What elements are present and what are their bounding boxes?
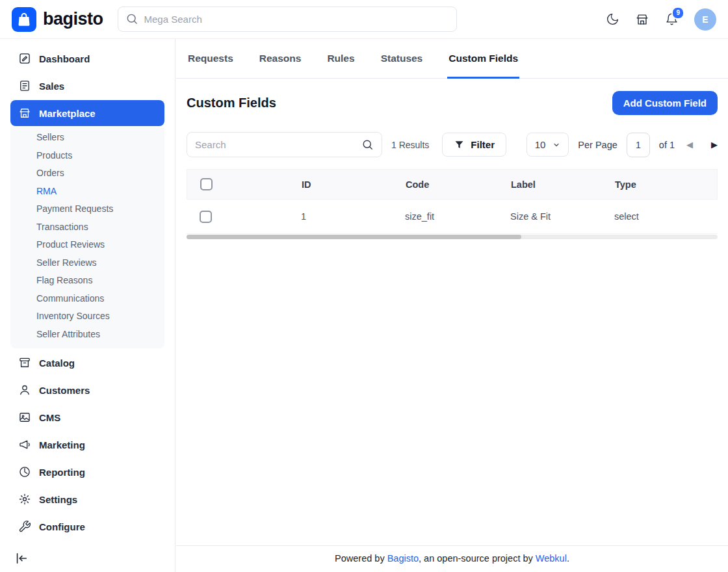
tab-bar: Requests Reasons Rules Statuses Custom F… <box>176 39 728 79</box>
sidebar-subitem-seller-attributes[interactable]: Seller Attributes <box>10 326 164 344</box>
per-page-select[interactable]: 10 <box>526 133 569 157</box>
marketplace-icon <box>18 107 31 120</box>
sidebar-item-settings[interactable]: Settings <box>10 486 164 512</box>
sidebar-item-label: Reporting <box>39 467 85 478</box>
sidebar-item-marketplace[interactable]: Marketplace <box>10 100 164 126</box>
webkul-link[interactable]: Webkul <box>536 553 567 564</box>
notification-badge: 9 <box>671 6 684 20</box>
per-page-label: Per Page <box>578 140 617 150</box>
brand-name: bagisto <box>43 9 103 29</box>
store-icon <box>635 12 649 27</box>
app-root: bagisto <box>0 0 728 39</box>
tab-rules[interactable]: Rules <box>326 39 356 79</box>
tab-statuses[interactable]: Statuses <box>380 39 424 79</box>
sidebar-subitem-inventory-sources[interactable]: Inventory Sources <box>10 307 164 326</box>
footer-text-prefix: Powered by <box>335 553 387 564</box>
visit-store-button[interactable] <box>635 12 649 27</box>
sidebar-subitem-seller-reviews[interactable]: Seller Reviews <box>10 254 164 272</box>
table-header-row: ID Code Label Type <box>187 169 718 200</box>
sidebar-subitem-rma[interactable]: RMA <box>10 183 164 201</box>
row-select-checkbox[interactable] <box>200 211 212 223</box>
cell-label: Size & Fit <box>510 211 614 222</box>
brand-logo[interactable]: bagisto <box>12 7 103 32</box>
sidebar-item-catalog[interactable]: Catalog <box>10 350 164 376</box>
sidebar-subitem-flag-reasons[interactable]: Flag Reasons <box>10 272 164 290</box>
filter-label: Filter <box>471 139 495 150</box>
cell-code: size_fit <box>405 211 510 222</box>
pagination: ◀ ▶ <box>686 140 718 150</box>
next-page-button[interactable]: ▶ <box>711 140 718 150</box>
mega-search <box>118 6 457 32</box>
settings-icon <box>18 493 31 506</box>
results-count: 1 Results <box>391 140 429 150</box>
sidebar-item-customers[interactable]: Customers <box>10 377 164 403</box>
sidebar-item-label: Customers <box>39 385 90 396</box>
sidebar-item-label: Sales <box>39 81 64 92</box>
tab-reasons[interactable]: Reasons <box>258 39 303 79</box>
notifications-button[interactable]: 9 <box>665 12 679 26</box>
sidebar-item-label: CMS <box>39 412 60 423</box>
filter-button[interactable]: Filter <box>442 133 506 157</box>
grid-search-input[interactable] <box>187 132 382 157</box>
sidebar-subitem-product-reviews[interactable]: Product Reviews <box>10 236 164 254</box>
tab-custom-fields[interactable]: Custom Fields <box>447 39 519 79</box>
sidebar-subitem-sellers[interactable]: Sellers <box>10 129 164 147</box>
topbar-actions: 9 E <box>606 8 716 31</box>
cell-id: 1 <box>301 211 405 222</box>
sidebar-item-label: Marketing <box>39 439 85 450</box>
column-header-id[interactable]: ID <box>302 179 406 190</box>
sales-icon <box>18 79 31 92</box>
sidebar-subitem-products[interactable]: Products <box>10 147 164 165</box>
sidebar-item-label: Catalog <box>39 358 75 369</box>
bagisto-link[interactable]: Bagisto <box>387 553 419 564</box>
catalog-icon <box>18 356 31 369</box>
sidebar-subitem-payment-requests[interactable]: Payment Requests <box>10 200 164 218</box>
datagrid-toolbar: 1 Results Filter 10 Per Page <box>176 124 728 157</box>
footer-text-middle: , an open-source project by <box>419 553 536 564</box>
sidebar-item-label: Configure <box>39 521 85 532</box>
per-page-value: 10 <box>535 139 546 150</box>
tab-requests[interactable]: Requests <box>187 39 235 79</box>
dark-mode-toggle[interactable] <box>606 12 619 26</box>
horizontal-scrollbar-thumb[interactable] <box>187 235 521 239</box>
horizontal-scrollbar <box>187 235 718 239</box>
cms-icon <box>18 411 31 424</box>
sidebar-collapse-button[interactable] <box>14 551 29 566</box>
sidebar-item-marketing[interactable]: Marketing <box>10 432 164 458</box>
moon-icon <box>606 12 619 26</box>
cell-type: select <box>614 211 718 222</box>
mega-search-input[interactable] <box>118 6 457 32</box>
previous-page-button[interactable]: ◀ <box>686 140 693 150</box>
reporting-icon <box>18 465 31 478</box>
search-icon[interactable] <box>361 138 374 151</box>
column-header-label[interactable]: Label <box>511 179 615 190</box>
column-header-type[interactable]: Type <box>615 179 717 190</box>
add-custom-field-button[interactable]: Add Custom Field <box>612 91 718 115</box>
sidebar-subitem-communications[interactable]: Communications <box>10 290 164 308</box>
footer: Powered by Bagisto, an open-source proje… <box>176 545 728 572</box>
user-avatar[interactable]: E <box>694 8 716 31</box>
sidebar-item-configure[interactable]: Configure <box>10 514 164 540</box>
sidebar-item-label: Settings <box>39 494 77 505</box>
sidebar-subitem-orders[interactable]: Orders <box>10 164 164 183</box>
customers-icon <box>18 384 31 396</box>
sidebar-item-cms[interactable]: CMS <box>10 404 164 430</box>
sidebar-subitem-transactions[interactable]: Transactions <box>10 218 164 237</box>
sidebar-item-label: Dashboard <box>39 53 90 64</box>
column-header-code[interactable]: Code <box>406 179 511 190</box>
grid-search <box>187 132 382 157</box>
marketing-icon <box>18 438 31 451</box>
sidebar-item-label: Marketplace <box>39 108 96 119</box>
sidebar: Dashboard Sales Marketplace Sellers Prod… <box>0 39 176 572</box>
collapse-sidebar-icon <box>14 551 29 566</box>
custom-fields-table: ID Code Label Type 1 size_fit Size & Fit… <box>187 169 718 239</box>
sidebar-item-dashboard[interactable]: Dashboard <box>10 46 164 72</box>
footer-text-suffix: . <box>567 553 569 564</box>
table-row[interactable]: 1 size_fit Size & Fit select <box>187 200 718 234</box>
top-header: bagisto <box>0 0 728 39</box>
search-icon <box>125 12 138 25</box>
select-all-checkbox[interactable] <box>200 178 213 190</box>
page-number-input[interactable] <box>627 133 650 157</box>
sidebar-item-sales[interactable]: Sales <box>10 73 164 99</box>
sidebar-item-reporting[interactable]: Reporting <box>10 459 164 485</box>
